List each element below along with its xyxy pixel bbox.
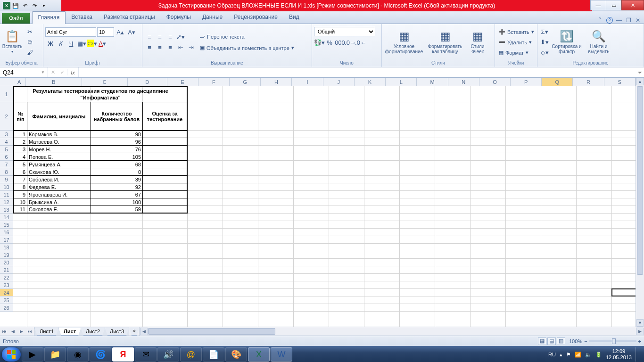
tray-lang[interactable]: RU — [548, 352, 556, 357]
start-button[interactable] — [2, 347, 21, 362]
fill-icon[interactable]: ⬇▾ — [539, 37, 550, 48]
row-header[interactable]: 5 — [0, 146, 13, 153]
cancel-formula-icon[interactable]: ✕ — [48, 69, 58, 75]
column-header[interactable]: A — [13, 78, 26, 86]
select-all-corner[interactable] — [0, 78, 13, 86]
autosum-icon[interactable]: Σ▾ — [539, 27, 550, 37]
increase-font-icon[interactable]: A▴ — [115, 27, 125, 37]
name-box[interactable]: Q24▼ — [0, 67, 48, 77]
sheet-tab[interactable]: Лист3 — [105, 328, 129, 336]
cell[interactable] — [143, 153, 188, 161]
expand-formula-bar-icon[interactable]: ⏷ — [636, 70, 644, 75]
taskbar-app-word[interactable]: W — [271, 347, 292, 362]
row-header[interactable]: 17 — [0, 236, 13, 244]
cell[interactable]: 39 — [91, 176, 143, 183]
cell[interactable] — [143, 161, 188, 168]
format-painter-icon[interactable]: 🖌 — [25, 48, 35, 58]
row-header[interactable]: 8 — [0, 168, 13, 176]
cell[interactable]: Соколова Е. — [27, 206, 91, 214]
currency-icon[interactable]: 💱▾ — [314, 37, 324, 48]
page-layout-view-icon[interactable]: ▤ — [547, 337, 556, 345]
cell[interactable]: 76 — [91, 146, 143, 153]
cell[interactable]: 59 — [91, 206, 143, 214]
cell[interactable]: Результаты тестирования студентов по дис… — [13, 86, 188, 102]
tab-Рецензирование[interactable]: Рецензирование — [228, 11, 283, 24]
taskbar-app-paint[interactable]: 🎨 — [225, 347, 247, 362]
save-icon[interactable]: 💾 — [11, 1, 20, 10]
cell[interactable]: 8 — [13, 183, 27, 191]
column-header[interactable]: C — [82, 78, 128, 86]
cell[interactable]: 6 — [13, 168, 27, 176]
sheet-tab[interactable]: Лист1 — [34, 328, 59, 336]
workbook-minimize-icon[interactable]: — — [616, 17, 622, 24]
row-header[interactable]: 6 — [0, 153, 13, 161]
page-break-view-icon[interactable]: ▥ — [557, 337, 565, 345]
clear-icon[interactable]: ◇▾ — [539, 48, 550, 58]
cell[interactable]: 1 — [13, 131, 27, 138]
column-header[interactable]: N — [448, 78, 479, 86]
column-header[interactable]: D — [128, 78, 167, 86]
cell[interactable]: Ярославцева И. — [27, 191, 91, 198]
decrease-font-icon[interactable]: A▾ — [126, 27, 137, 37]
cell[interactable]: 96 — [91, 138, 143, 146]
decrease-decimal-icon[interactable]: .0← — [355, 37, 366, 48]
tray-flag-icon[interactable]: ⚑ — [566, 352, 571, 358]
align-right-icon[interactable]: ≡ — [165, 42, 175, 53]
zoom-level[interactable]: 100% — [569, 338, 582, 344]
cell[interactable]: 68 — [91, 161, 143, 168]
cell[interactable] — [143, 191, 188, 198]
comma-icon[interactable]: 000 — [335, 37, 345, 48]
cell[interactable]: 100 — [91, 198, 143, 206]
zoom-slider[interactable] — [589, 340, 636, 342]
column-header[interactable]: E — [167, 78, 198, 86]
cell[interactable] — [143, 176, 188, 183]
font-size-select[interactable] — [97, 27, 114, 37]
cut-icon[interactable]: ✂ — [25, 27, 35, 37]
row-header[interactable]: 18 — [0, 244, 13, 251]
cell[interactable]: Количество набранных балов — [91, 102, 143, 131]
cell[interactable]: Скачкова Ю. — [27, 168, 91, 176]
column-header[interactable]: L — [386, 78, 417, 86]
cell[interactable]: Румянцева А. — [27, 161, 91, 168]
row-header[interactable]: 16 — [0, 229, 13, 236]
taskbar-app-at[interactable]: @ — [180, 347, 202, 362]
taskbar-app-explorer[interactable]: 📁 — [44, 347, 66, 362]
help-icon[interactable]: ? — [606, 17, 613, 24]
tab-Разметка страницы[interactable]: Разметка страницы — [98, 11, 161, 24]
font-name-select[interactable] — [45, 27, 96, 37]
spreadsheet-grid[interactable]: ABCDEFGHIJKLMNOPQRS 12345678910111213141… — [0, 78, 644, 327]
tray-volume-icon[interactable]: 🔈 — [585, 352, 592, 358]
column-header[interactable]: F — [198, 78, 230, 86]
copy-icon[interactable]: ⧉ — [25, 37, 35, 48]
row-header[interactable]: 1 — [0, 86, 13, 102]
row-header[interactable]: 4 — [0, 138, 13, 146]
row-header[interactable]: 20 — [0, 259, 13, 266]
conditional-formatting-button[interactable]: ▦Условное форматирование — [384, 27, 424, 58]
row-header[interactable]: 21 — [0, 266, 13, 274]
horizontal-scrollbar[interactable]: ◀ ▶ — [139, 327, 644, 336]
cell[interactable]: 7 — [13, 176, 27, 183]
vertical-scrollbar[interactable]: ▲ ▼ — [636, 78, 644, 327]
taskbar-app-mail[interactable]: ✉ — [135, 347, 157, 362]
cell[interactable] — [143, 138, 188, 146]
cell[interactable]: Морев Н. — [27, 146, 91, 153]
row-header[interactable]: 12 — [0, 198, 13, 206]
align-left-icon[interactable]: ≡ — [144, 42, 155, 53]
format-button[interactable]: ▦Формат ▾ — [497, 48, 536, 58]
workbook-close-icon[interactable]: ✕ — [635, 17, 641, 24]
align-middle-icon[interactable]: ≡ — [155, 32, 165, 42]
scroll-left-icon[interactable]: ◀ — [140, 328, 148, 335]
italic-button[interactable]: К — [56, 38, 66, 49]
cell[interactable]: 67 — [91, 191, 143, 198]
taskbar-app-yandex[interactable]: Я — [112, 347, 134, 362]
column-header[interactable]: K — [355, 78, 386, 86]
column-header[interactable]: H — [261, 78, 292, 86]
formula-input[interactable] — [79, 67, 636, 77]
increase-indent-icon[interactable]: ⇥ — [186, 42, 196, 53]
taskbar-app-doc[interactable]: 📄 — [203, 347, 224, 362]
cell[interactable]: Матвеева О. — [27, 138, 91, 146]
zoom-in-icon[interactable]: + — [638, 338, 641, 344]
percent-icon[interactable]: % — [324, 37, 335, 48]
row-header[interactable]: 22 — [0, 274, 13, 281]
row-header[interactable]: 2 — [0, 102, 13, 131]
